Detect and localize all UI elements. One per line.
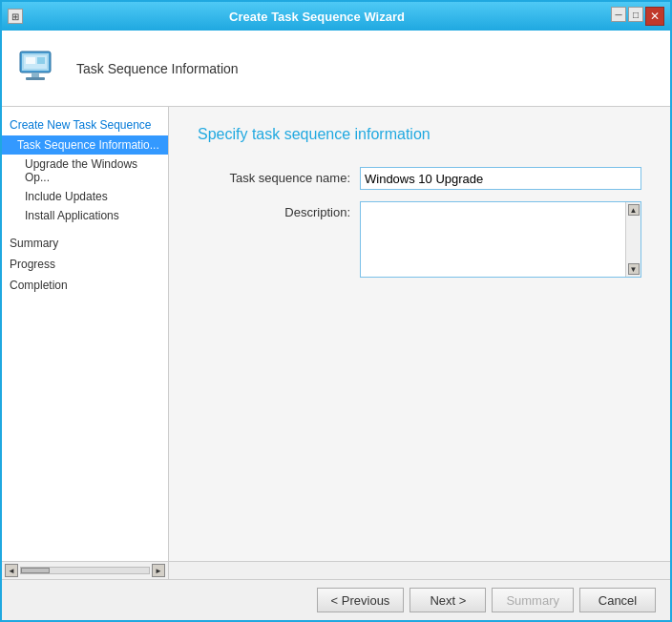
name-label: Task sequence name: bbox=[207, 167, 360, 185]
header-title: Task Sequence Information bbox=[76, 61, 239, 76]
scroll-up-arrow[interactable]: ▲ bbox=[628, 204, 640, 216]
svg-rect-3 bbox=[26, 77, 45, 80]
computer-icon bbox=[16, 46, 62, 92]
window-controls: ─ □ ✕ bbox=[611, 7, 664, 26]
sidebar-item-summary[interactable]: Summary bbox=[2, 233, 168, 254]
hscroll-right-arrow[interactable]: ► bbox=[152, 564, 165, 577]
svg-rect-2 bbox=[32, 73, 39, 77]
description-label: Description: bbox=[207, 201, 360, 219]
sidebar-hscroll: ◄ ► bbox=[2, 562, 169, 579]
cancel-button[interactable]: Cancel bbox=[579, 588, 656, 612]
svg-rect-5 bbox=[26, 57, 35, 64]
scroll-down-arrow[interactable]: ▼ bbox=[628, 263, 640, 275]
sidebar-item-install-applications[interactable]: Install Applications bbox=[2, 206, 168, 225]
sidebar-section-title: Create New Task Sequence bbox=[2, 114, 168, 135]
footer-bar: < Previous Next > Summary Cancel bbox=[2, 579, 670, 620]
hscroll-track bbox=[20, 567, 150, 574]
main-window: ⊞ Create Task Sequence Wizard ─ □ ✕ Task… bbox=[0, 0, 672, 622]
title-bar: ⊞ Create Task Sequence Wizard ─ □ ✕ bbox=[2, 2, 670, 31]
sidebar: Create New Task Sequence Task Sequence I… bbox=[2, 107, 169, 561]
task-sequence-name-input[interactable] bbox=[360, 167, 641, 190]
form-area: Task sequence name: Description: ▲ ▼ bbox=[198, 167, 641, 278]
sidebar-item-progress[interactable]: Progress bbox=[2, 254, 168, 275]
next-button[interactable]: Next > bbox=[410, 588, 486, 612]
hscroll-thumb[interactable] bbox=[21, 568, 50, 573]
hscroll-spacer bbox=[169, 562, 670, 579]
description-container: ▲ ▼ bbox=[360, 201, 641, 278]
sidebar-item-completion[interactable]: Completion bbox=[2, 275, 168, 296]
panel-title: Specify task sequence information bbox=[198, 126, 641, 143]
description-scrollbar: ▲ ▼ bbox=[625, 202, 640, 277]
content-area: Create New Task Sequence Task Sequence I… bbox=[2, 107, 670, 561]
svg-rect-6 bbox=[37, 57, 45, 64]
sidebar-hscroll-area: ◄ ► bbox=[2, 561, 670, 579]
description-textarea[interactable] bbox=[361, 202, 625, 277]
main-panel: Specify task sequence information Task s… bbox=[169, 107, 670, 561]
description-row: Description: ▲ ▼ bbox=[207, 201, 641, 278]
window-title: Create Task Sequence Wizard bbox=[23, 10, 611, 24]
sidebar-item-include-updates[interactable]: Include Updates bbox=[2, 187, 168, 206]
name-row: Task sequence name: bbox=[207, 167, 641, 190]
sidebar-item-task-sequence-info[interactable]: Task Sequence Informatio... bbox=[2, 135, 168, 155]
close-button[interactable]: ✕ bbox=[645, 7, 664, 26]
previous-button[interactable]: < Previous bbox=[317, 588, 405, 612]
maximize-button[interactable]: □ bbox=[628, 7, 643, 22]
summary-button[interactable]: Summary bbox=[492, 588, 574, 612]
minimize-button[interactable]: ─ bbox=[611, 7, 626, 22]
window-icon: ⊞ bbox=[8, 9, 23, 24]
header-section: Task Sequence Information bbox=[2, 31, 670, 107]
sidebar-item-upgrade-windows[interactable]: Upgrade the Windows Op... bbox=[2, 155, 168, 187]
hscroll-left-arrow[interactable]: ◄ bbox=[5, 564, 18, 577]
